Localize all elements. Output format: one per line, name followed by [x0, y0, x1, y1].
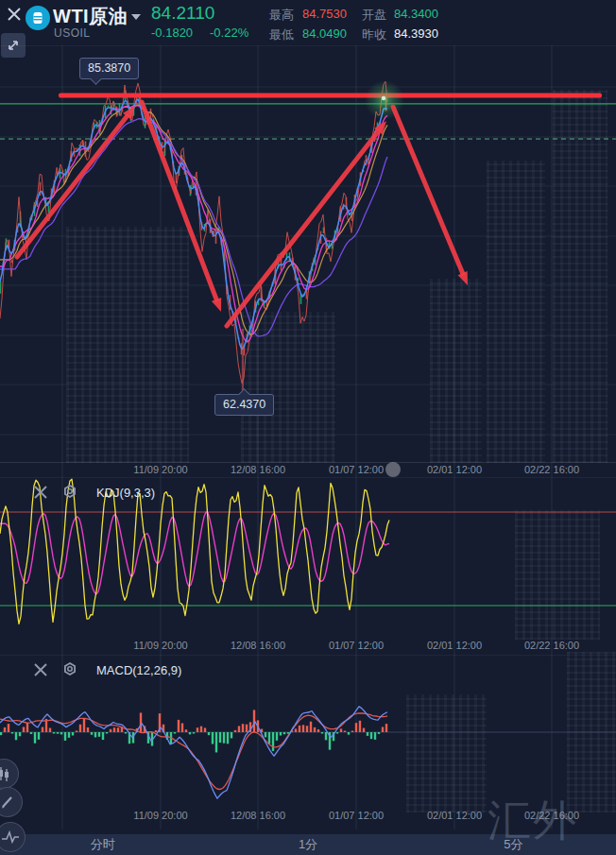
candlestick-icon: [0, 765, 12, 782]
pencil-icon: [0, 794, 16, 811]
timeframe-tabbar: 分时 1分 5分: [0, 834, 616, 855]
kdj-panel-header: KDJ(9,3,3): [30, 482, 155, 503]
low-price-tooltip: 62.4370: [214, 394, 274, 416]
tab-1min[interactable]: 1分: [205, 834, 410, 855]
high-price-tooltip: 85.3870: [79, 58, 139, 79]
macd-settings-gear-icon[interactable]: [60, 659, 80, 680]
macd-label: MACD(12,26,9): [96, 663, 181, 677]
pulse-line-icon: [1, 829, 20, 846]
tab-fenshi[interactable]: 分时: [0, 834, 205, 855]
kdj-settings-gear-icon[interactable]: [60, 482, 80, 503]
tab-5min[interactable]: 5分: [411, 834, 616, 855]
kdj-label: KDJ(9,3,3): [96, 486, 155, 500]
main-chart-canvas: [0, 0, 616, 855]
kdj-close-icon[interactable]: [30, 482, 51, 503]
macd-panel-header: MACD(12,26,9): [30, 659, 181, 680]
macd-close-icon[interactable]: [30, 659, 51, 680]
